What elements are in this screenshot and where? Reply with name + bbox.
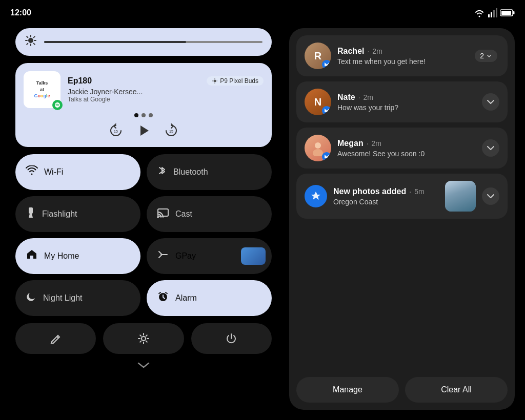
notif-name-nate: Nate (337, 93, 355, 102)
avatar-megan (305, 135, 331, 161)
cast-icon (157, 207, 169, 221)
photos-time: 5m (414, 187, 424, 196)
spotify-badge (52, 100, 63, 110)
expand-megan[interactable] (482, 139, 499, 157)
bluetooth-icon (157, 164, 167, 180)
svg-rect-1 (491, 12, 492, 17)
tile-cast[interactable]: Cast (147, 196, 272, 232)
status-bar: 12:00 (0, 0, 525, 26)
svg-line-12 (27, 36, 28, 37)
forward-button[interactable]: 15 (163, 122, 179, 139)
photos-thumbnail (445, 181, 476, 212)
photos-content: New photos added · 5m Oregon Coast (333, 187, 439, 206)
cast-label: Cast (175, 209, 192, 219)
notif-nate[interactable]: N Nate · 2m How was your trip? (296, 81, 508, 122)
alarm-icon (157, 290, 169, 306)
flashlight-label: Flashlight (42, 209, 77, 219)
tile-nightlight[interactable]: Night Light (15, 280, 140, 316)
clock: 12:00 (10, 8, 31, 17)
rewind-button[interactable]: 15 (108, 122, 124, 139)
tile-wifi[interactable]: Wi-Fi (15, 154, 140, 190)
notif-content-rachel: Rachel · 2m Text me when you get here! (337, 47, 469, 66)
status-icons (474, 8, 515, 17)
brightness-fill (44, 41, 186, 43)
brightness-slider[interactable] (44, 41, 262, 43)
notif-rachel[interactable]: R Rachel · 2m Text me when you get here!… (296, 35, 508, 76)
myhome-label: My Home (44, 251, 79, 261)
media-source: Talks at Google (68, 96, 264, 103)
expand-photos[interactable] (482, 187, 499, 205)
bluetooth-label: Bluetooth (173, 167, 208, 177)
notif-name-rachel: Rachel (337, 47, 364, 56)
wifi-status-icon (474, 8, 485, 17)
signal-icon (488, 8, 497, 17)
avatar-nate: N (305, 89, 331, 115)
svg-point-7 (28, 38, 33, 43)
tile-flashlight[interactable]: Flashlight (15, 196, 140, 232)
brightness-control[interactable] (15, 28, 272, 56)
svg-line-14 (27, 44, 28, 45)
manage-button[interactable]: Manage (296, 377, 399, 403)
message-badge-megan (322, 152, 331, 161)
svg-text:15: 15 (169, 130, 173, 133)
dot-1 (134, 113, 138, 117)
svg-line-13 (34, 44, 35, 45)
notif-actions: Manage Clear All (296, 377, 508, 403)
moon-icon (26, 291, 37, 305)
tile-bluetooth[interactable]: Bluetooth (147, 154, 272, 190)
gpay-card (241, 247, 266, 265)
tile-alarm[interactable]: Alarm (147, 280, 272, 316)
edit-button[interactable] (15, 323, 96, 354)
bottom-bar (15, 323, 272, 354)
media-dots (24, 113, 264, 117)
home-icon (26, 248, 38, 264)
svg-point-26 (313, 149, 323, 156)
photos-title: New photos added (333, 187, 406, 196)
chevron-down[interactable] (15, 361, 272, 369)
nightlight-label: Night Light (43, 293, 83, 303)
clear-all-button[interactable]: Clear All (405, 377, 508, 403)
play-button[interactable] (136, 123, 151, 138)
notif-time-nate: 2m (364, 93, 373, 101)
battery-icon (500, 9, 515, 17)
expand-nate[interactable] (482, 93, 499, 111)
message-badge-nate (322, 106, 331, 115)
notif-name-megan: Megan (337, 139, 364, 148)
notif-header-rachel: Rachel · 2m (337, 47, 469, 56)
wifi-label: Wi-Fi (44, 167, 63, 177)
svg-point-24 (142, 337, 146, 341)
svg-rect-20 (29, 207, 33, 214)
notif-content-megan: Megan · 2m Awesome! See you soon :0 (337, 139, 476, 158)
notif-time-megan: 2m (372, 139, 381, 148)
media-info: Ep180 P9 Pixel Buds Jackie Joyner-Kersee… (68, 76, 264, 103)
gpay-left: GPay (157, 248, 196, 264)
svg-rect-6 (501, 11, 511, 15)
quick-tiles: Wi-Fi Bluetooth Flashlight (15, 154, 272, 316)
svg-text:15: 15 (114, 130, 118, 133)
tile-gpay[interactable]: GPay (147, 238, 272, 274)
gpay-label: GPay (175, 251, 196, 261)
svg-point-25 (315, 142, 321, 149)
svg-rect-3 (496, 8, 497, 17)
media-controls: 15 15 (24, 122, 264, 139)
dot-3 (149, 113, 153, 117)
media-title: Ep180 (68, 76, 92, 86)
dot-2 (142, 113, 146, 117)
notif-message-rachel: Text me when you get here! (337, 57, 469, 66)
flashlight-icon (26, 206, 36, 222)
gpay-icon (157, 248, 169, 264)
media-thumbnail: TalksatGoogle (24, 71, 60, 108)
svg-point-16 (214, 80, 216, 82)
photos-icon (305, 185, 327, 207)
pixel-buds-tag: P9 Pixel Buds (207, 76, 264, 86)
notif-photos[interactable]: New photos added · 5m Oregon Coast (296, 174, 508, 219)
settings-button[interactable] (103, 323, 184, 354)
tile-myhome[interactable]: My Home (15, 238, 140, 274)
notif-megan[interactable]: Megan · 2m Awesome! See you soon :0 (296, 128, 508, 169)
svg-rect-2 (493, 10, 495, 17)
notif-message-megan: Awesome! See you soon :0 (337, 150, 476, 158)
media-subtitle: Jackie Joyner-Kersee... (68, 88, 264, 96)
podcast-logo: TalksatGoogle (34, 80, 50, 99)
avatar-rachel: R (305, 43, 331, 69)
power-button[interactable] (191, 323, 272, 354)
